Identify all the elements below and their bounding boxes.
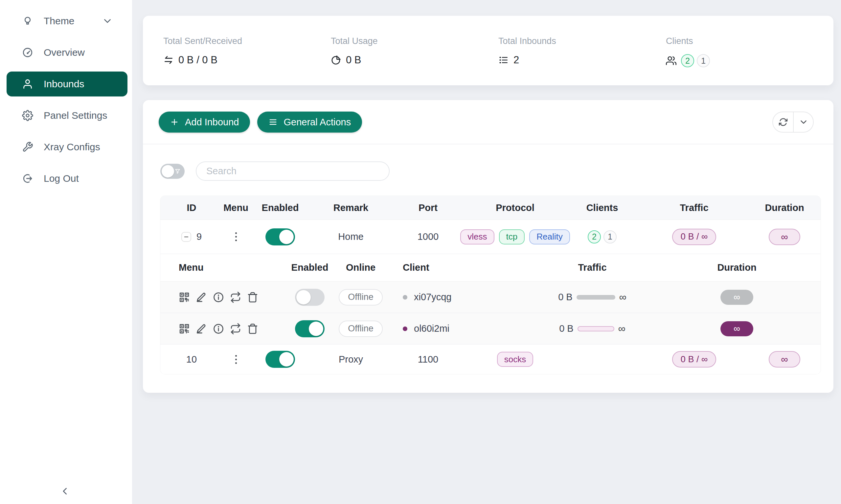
delete-icon[interactable]: [247, 323, 258, 335]
sidebar-item-label: Xray Configs: [44, 141, 100, 152]
funnel-icon: [174, 168, 181, 175]
refresh-split-button: [772, 111, 814, 132]
sidebar: Theme Overview Inbounds Panel Settings X…: [0, 0, 132, 504]
clients-offline-badge: 1: [697, 54, 710, 67]
client-enabled-toggle[interactable]: [295, 320, 325, 337]
row-menu-button[interactable]: [233, 230, 239, 243]
delete-icon[interactable]: [247, 292, 258, 303]
stat-total-inbounds: Total Inbounds 2: [498, 16, 666, 85]
protocol-tag: Reality: [529, 229, 570, 245]
sidebar-item-label: Panel Settings: [44, 110, 107, 121]
sub-col-menu: Menu: [160, 262, 289, 273]
protocol-tag: socks: [497, 352, 533, 367]
wrench-icon: [22, 141, 33, 152]
sidebar-item-overview[interactable]: Overview: [6, 40, 127, 65]
port-cell: 1000: [390, 231, 466, 242]
traffic-progress-bar: [578, 326, 614, 331]
client-actions: [160, 323, 289, 335]
col-header-port: Port: [390, 202, 466, 213]
stat-label: Total Sent/Received: [163, 36, 331, 46]
menu-icon: [269, 118, 278, 127]
sub-col-traffic: Traffic: [532, 262, 653, 273]
sidebar-item-label: Log Out: [44, 173, 79, 184]
info-icon[interactable]: [213, 292, 224, 303]
client-name: xi07ycqg: [414, 292, 451, 303]
refresh-button[interactable]: [773, 112, 793, 132]
reset-traffic-icon[interactable]: [230, 292, 241, 303]
client-traffic-cell: 0 B ∞: [532, 291, 653, 303]
sidebar-item-label: Inbounds: [44, 78, 84, 90]
clients-cell: 2 1: [564, 230, 640, 244]
col-header-enabled: Enabled: [249, 202, 311, 213]
minus-icon: [183, 234, 189, 240]
protocol-cell: socks: [466, 352, 564, 367]
traffic-progress-bar: [577, 295, 615, 300]
main-content: Total Sent/Received 0 B / 0 B Total Usag…: [132, 0, 841, 504]
row-menu-button[interactable]: [233, 353, 239, 366]
inbounds-table: ID Menu Enabled Remark Port Protocol Cli…: [160, 196, 821, 374]
clients-offline-badge: 1: [603, 230, 617, 244]
add-inbound-button[interactable]: Add Inbound: [159, 111, 250, 132]
protocol-tag: tcp: [499, 229, 525, 245]
sidebar-item-panel-settings[interactable]: Panel Settings: [6, 103, 127, 128]
stat-total-usage: Total Usage 0 B: [331, 16, 498, 85]
sidebar-collapse-icon[interactable]: [60, 486, 70, 496]
sidebar-item-log-out[interactable]: Log Out: [6, 166, 127, 191]
toggle-knob: [161, 165, 174, 178]
sidebar-item-inbounds[interactable]: Inbounds: [6, 72, 127, 96]
inbound-id: 10: [186, 354, 197, 365]
logout-icon: [22, 173, 33, 184]
traffic-used: 0 B: [558, 292, 572, 303]
add-inbound-label: Add Inbound: [185, 117, 239, 128]
col-header-traffic: Traffic: [640, 202, 748, 213]
sidebar-item-xray-configs[interactable]: Xray Configs: [6, 134, 127, 160]
client-status-dot: [403, 295, 407, 300]
search-input[interactable]: [196, 161, 390, 181]
sub-col-online: Online: [331, 262, 390, 273]
enabled-toggle[interactable]: [265, 228, 295, 246]
chevron-down-icon: [102, 15, 113, 26]
collapse-row-button[interactable]: [181, 232, 191, 242]
client-duration-pill: ∞: [720, 290, 753, 305]
qr-code-icon[interactable]: [179, 323, 190, 335]
col-header-remark: Remark: [311, 202, 390, 213]
reset-traffic-icon[interactable]: [230, 323, 241, 335]
refresh-icon: [778, 117, 788, 127]
duration-pill: ∞: [769, 229, 800, 245]
stat-value: 0 B / 0 B: [178, 54, 218, 66]
table-row: 9 Home 1000 vless tcp Reality 2 1 0 B / …: [160, 219, 821, 254]
port-cell: 1100: [390, 354, 466, 365]
clients-online-badge: 2: [681, 54, 694, 67]
col-header-menu: Menu: [223, 202, 249, 213]
edit-icon[interactable]: [196, 323, 207, 335]
sidebar-item-theme[interactable]: Theme: [6, 8, 127, 34]
info-icon[interactable]: [213, 323, 224, 335]
online-status-badge: Offline: [339, 321, 383, 337]
table-row: 10 Proxy 1100 socks 0 B / ∞ ∞: [160, 344, 821, 374]
client-traffic-cell: 0 B ∞: [532, 323, 653, 335]
protocol-tag: vless: [460, 229, 494, 245]
col-header-id: ID: [160, 202, 223, 213]
search-row: [160, 161, 834, 181]
refresh-options-button[interactable]: [793, 112, 813, 132]
qr-code-icon[interactable]: [179, 292, 190, 303]
inbound-id: 9: [196, 231, 202, 242]
remark-cell: Home: [311, 231, 390, 242]
traffic-pill: 0 B / ∞: [672, 229, 716, 245]
online-status-badge: Offline: [339, 289, 383, 305]
client-status-dot: [403, 326, 407, 331]
client-name: ol60i2mi: [414, 323, 449, 334]
traffic-pill: 0 B / ∞: [672, 351, 716, 367]
protocol-cell: vless tcp Reality: [466, 229, 564, 245]
transfer-arrows-icon: [163, 55, 174, 65]
sub-col-enabled: Enabled: [289, 262, 331, 273]
enabled-toggle[interactable]: [265, 351, 295, 368]
client-enabled-toggle[interactable]: [295, 289, 325, 306]
gauge-icon: [22, 47, 33, 58]
list-icon: [498, 55, 509, 65]
traffic-limit: ∞: [618, 323, 625, 335]
stat-value: 2: [513, 54, 519, 66]
general-actions-button[interactable]: General Actions: [257, 111, 362, 132]
filter-toggle[interactable]: [160, 164, 185, 179]
edit-icon[interactable]: [196, 292, 207, 303]
